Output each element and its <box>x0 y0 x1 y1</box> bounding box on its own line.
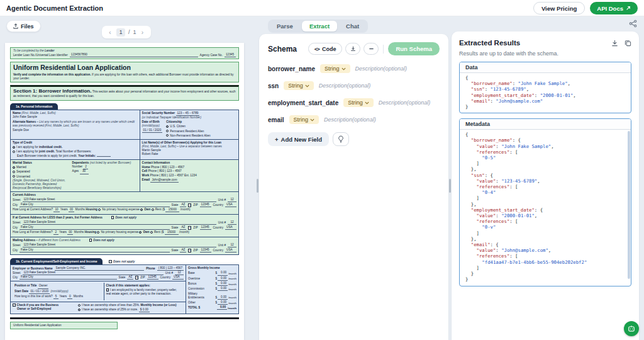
field-description-input[interactable]: Description(optional) <box>355 65 408 72</box>
code-icon: <> <box>314 46 319 52</box>
income-row: Overtime$0.00/month <box>188 276 236 281</box>
field-type-select[interactable]: String <box>320 64 350 73</box>
tab-chat[interactable]: Chat <box>338 21 367 31</box>
radio-icon <box>152 208 154 211</box>
address-block: If at Current Address for LESS than 2 ye… <box>11 215 238 237</box>
data-json: { "borrower_name": "John Fake Sample", "… <box>460 73 631 113</box>
radio-icon <box>166 125 169 128</box>
metadata-box[interactable]: Metadata { "borrower_name": { "value": "… <box>459 118 631 286</box>
radio-icon <box>78 309 80 311</box>
data-box-label: Data <box>460 62 631 73</box>
form-title-box: Uniform Residential Loan Application Ver… <box>10 62 239 82</box>
metadata-box-label: Metadata <box>460 119 631 130</box>
results-title: Extracted Results <box>459 39 611 47</box>
metadata-json: { "borrower_name": { "value": "John Fake… <box>460 130 631 285</box>
radio-icon <box>98 208 101 211</box>
chat-bot-icon <box>628 325 635 332</box>
field-name[interactable]: employment_start_date <box>268 99 338 106</box>
download-icon <box>350 46 356 52</box>
radio-icon <box>139 231 142 234</box>
view-pricing-button[interactable]: View Pricing <box>533 2 585 14</box>
radio-icon <box>13 175 15 178</box>
schema-field-row: borrower_nameStringDescription(optional) <box>268 64 440 73</box>
files-button[interactable]: Files <box>6 20 41 32</box>
income-row: Military Entitlements$0.00/month <box>188 292 236 300</box>
copy-results-icon[interactable] <box>625 40 631 47</box>
app-root: Agentic Document Extraction View Pricing… <box>0 0 644 340</box>
lender-box: To be completed by the Lender Lender Loa… <box>10 47 239 59</box>
state-dropdown-icon: ▾ <box>188 203 191 208</box>
field-name[interactable]: email <box>268 116 284 123</box>
extracted-results-panel: Extracted Results Results are up to date… <box>452 31 639 340</box>
schema-card: Schema <> Code Run Schema <box>259 34 448 340</box>
page-prev-button[interactable]: ‹ <box>107 29 113 36</box>
lightbulb-icon <box>338 135 344 143</box>
suggest-fields-button[interactable] <box>333 132 349 146</box>
document-preview[interactable]: To be completed by the Lender Lender Loa… <box>5 43 244 340</box>
field-type-select[interactable]: String <box>289 115 319 124</box>
page-input[interactable]: 1 <box>116 28 125 37</box>
field-description-input[interactable]: Description(optional) <box>379 99 431 106</box>
income-row: Bonus$0.00/month <box>188 281 236 286</box>
field-name[interactable]: borrower_name <box>268 65 315 72</box>
checkbox-icon <box>111 216 114 219</box>
gross-income-column: Gross Monthly Income Base$0.00/monthOver… <box>186 265 238 314</box>
download-schema-button[interactable] <box>345 43 360 55</box>
field-description-input[interactable]: Description(optional) <box>319 82 371 89</box>
field-type-select[interactable]: String <box>343 98 374 107</box>
feedback-fab[interactable] <box>624 321 639 336</box>
chevron-down-icon <box>341 67 346 71</box>
chevron-down-icon <box>305 84 309 88</box>
upload-icon <box>13 23 18 29</box>
field-name[interactable]: ssn <box>268 82 279 89</box>
page-total: 1 <box>133 29 136 35</box>
form-title: Uniform Residential Loan Application <box>13 64 236 72</box>
state-dropdown-icon: ▾ <box>135 276 138 280</box>
app-title: Agentic Document Extraction <box>6 4 103 12</box>
state-dropdown-icon: ▾ <box>188 249 191 253</box>
add-new-field-button[interactable]: +Add New Field <box>268 132 329 146</box>
collapse-schema-button[interactable] <box>364 43 379 55</box>
plus-icon: + <box>275 136 279 143</box>
api-docs-button[interactable]: API Docs <box>590 2 638 14</box>
page-break <box>10 317 239 319</box>
checkbox-checked-icon <box>13 303 16 307</box>
state-dropdown-icon: ▾ <box>188 226 191 230</box>
address-block: Mailing Address – if different from Curr… <box>11 237 238 254</box>
schema-field-row: employment_start_dateStringDescription(o… <box>268 98 440 107</box>
income-row: Other$0.00/month <box>188 300 236 305</box>
personal-info-section: 1a. Personal Information Name (First, Mi… <box>10 103 239 255</box>
checkbox-checked-icon <box>106 288 109 292</box>
schema-field-row: emailStringDescription(optional) <box>268 115 440 124</box>
chevron-down-icon <box>365 101 369 105</box>
panel-resize-handle-left[interactable] <box>257 179 258 193</box>
page-next-button[interactable]: › <box>140 29 146 36</box>
address-block: Current AddressStreet123 Fake sample Str… <box>11 192 238 215</box>
income-row: Base$0.00/month <box>188 271 236 275</box>
data-box[interactable]: Data { "borrower_name": "John Fake Sampl… <box>459 62 631 113</box>
schema-field-list: borrower_nameStringDescription(optional)… <box>268 64 440 124</box>
share-icon[interactable] <box>629 20 637 28</box>
income-row: Commission$0.00/month <box>188 286 236 291</box>
field-description-input[interactable]: Description(optional) <box>324 116 376 123</box>
download-results-icon[interactable] <box>611 40 618 47</box>
radio-icon <box>78 304 80 307</box>
radio-icon <box>13 150 15 153</box>
radio-icon <box>13 166 15 169</box>
workspace: Files ‹ 1 / 1 › To be completed by the L… <box>0 16 644 340</box>
run-schema-button[interactable]: Run Schema <box>388 42 440 55</box>
view-tabs: Parse Extract Chat <box>268 20 368 33</box>
results-status: Results are up to date with the schema. <box>459 50 631 57</box>
tab-extract[interactable]: Extract <box>302 21 337 31</box>
code-button[interactable]: <> Code <box>308 43 343 55</box>
page-navigator: ‹ 1 / 1 › <box>102 26 151 38</box>
field-type-select[interactable]: String <box>284 81 314 90</box>
radio-icon <box>140 208 143 211</box>
checkbox-icon <box>109 260 112 263</box>
radio-icon <box>166 130 169 132</box>
schema-field-row: ssnStringDescription(optional) <box>268 81 440 90</box>
panel-resize-handle-right[interactable] <box>449 179 451 193</box>
tab-parse[interactable]: Parse <box>269 21 301 31</box>
schema-title: Schema <box>268 45 308 54</box>
metadata-scrollbar[interactable] <box>628 131 630 279</box>
